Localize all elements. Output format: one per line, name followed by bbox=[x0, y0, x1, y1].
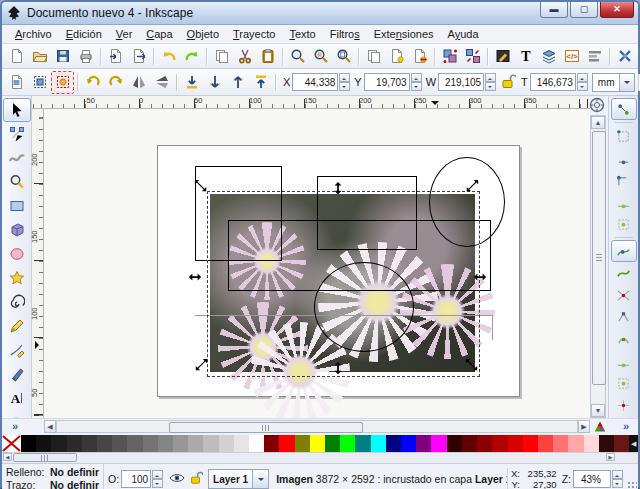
fill-stroke-dialog-icon[interactable] bbox=[491, 45, 514, 68]
canvas-viewport[interactable] bbox=[44, 109, 590, 418]
menu-extensiones[interactable]: Extensiones bbox=[367, 27, 441, 41]
swatch-979797[interactable] bbox=[173, 435, 188, 452]
swatch-008000[interactable] bbox=[325, 435, 340, 452]
palette-scroll-right-arrow[interactable]: ▶ bbox=[606, 453, 615, 461]
swatch-ff0000[interactable] bbox=[279, 435, 294, 452]
zoom-tool[interactable] bbox=[3, 170, 31, 194]
unlink-clone-icon[interactable] bbox=[408, 45, 431, 68]
menu-archivo[interactable]: Archivo bbox=[8, 27, 59, 41]
print-icon[interactable] bbox=[74, 45, 97, 68]
swatch-ff7373[interactable] bbox=[553, 435, 568, 452]
snap-bbox-edges-icon[interactable] bbox=[611, 147, 637, 169]
swatch-ffa6a6[interactable] bbox=[568, 435, 583, 452]
unit-dropdown[interactable]: mm bbox=[592, 73, 636, 92]
box3d-tool[interactable] bbox=[3, 218, 31, 242]
swatch-bdbdbd[interactable] bbox=[203, 435, 218, 452]
swatch-aaaaaa[interactable] bbox=[188, 435, 203, 452]
swatch-808000[interactable] bbox=[295, 435, 310, 452]
w-field-input[interactable]: 219,105 bbox=[438, 73, 484, 91]
menu-ver[interactable]: Ver bbox=[109, 27, 140, 41]
raise-to-top-icon[interactable] bbox=[249, 71, 272, 94]
zoom-spinner[interactable] bbox=[612, 470, 623, 488]
chevron-down-icon[interactable] bbox=[252, 470, 268, 488]
swatch-000000[interactable] bbox=[21, 435, 36, 452]
scale-handle-nesw[interactable] bbox=[465, 179, 479, 193]
ellipse-tool[interactable] bbox=[3, 242, 31, 266]
select-all-layers-icon[interactable] bbox=[28, 71, 51, 94]
y-field-spinner[interactable] bbox=[411, 73, 422, 91]
xml-editor-icon[interactable]: </> bbox=[560, 45, 583, 68]
snap-nodes-icon[interactable] bbox=[611, 240, 637, 262]
tweak-tool[interactable] bbox=[3, 146, 31, 170]
swatch-d1d1d1[interactable] bbox=[219, 435, 234, 452]
vertical-ruler[interactable]: 20015010050 bbox=[32, 109, 44, 418]
snap-rotation-centers-icon[interactable] bbox=[611, 394, 637, 416]
y-field-input[interactable]: 19,703 bbox=[364, 73, 410, 91]
swatch-858585[interactable] bbox=[158, 435, 173, 452]
swatch-330000[interactable] bbox=[447, 435, 462, 452]
palette-scroll-thumb[interactable] bbox=[13, 453, 77, 462]
clone-icon[interactable] bbox=[385, 45, 408, 68]
pencil-tool[interactable] bbox=[3, 314, 31, 338]
snap-object-centers-icon[interactable] bbox=[611, 372, 637, 394]
cut-icon[interactable] bbox=[233, 45, 256, 68]
scale-handle-ew[interactable] bbox=[473, 270, 487, 284]
menu-edicion[interactable]: Edición bbox=[59, 27, 109, 41]
snapbar-overflow-chevron[interactable]: » bbox=[623, 420, 629, 432]
text-dialog-icon[interactable]: T bbox=[514, 45, 537, 68]
palette-scroll-left-arrow[interactable]: ◀ bbox=[3, 453, 12, 461]
swatch-e5e5e5[interactable] bbox=[234, 435, 249, 452]
close-button[interactable]: ✕ bbox=[600, 2, 634, 18]
vertical-scroll-thumb[interactable] bbox=[592, 131, 606, 385]
fill-stroke-indicator[interactable]: Relleno:No definir Trazo:No definir bbox=[2, 464, 104, 489]
open-document-icon[interactable] bbox=[28, 45, 51, 68]
flip-horizontal-icon[interactable] bbox=[127, 71, 150, 94]
minimize-button[interactable]: ▬ bbox=[540, 2, 568, 18]
menu-trayecto[interactable]: Trayecto bbox=[226, 27, 282, 41]
opacity-input[interactable]: 100 bbox=[121, 470, 151, 488]
swatch-464646[interactable] bbox=[97, 435, 112, 452]
spiral-tool[interactable] bbox=[3, 290, 31, 314]
undo-icon[interactable] bbox=[157, 45, 180, 68]
swatch-600000[interactable] bbox=[462, 435, 477, 452]
rectangle-tool[interactable] bbox=[3, 194, 31, 218]
swatch-6b1616[interactable] bbox=[614, 435, 629, 452]
import-icon[interactable] bbox=[104, 45, 127, 68]
raise-icon[interactable] bbox=[226, 71, 249, 94]
menu-texto[interactable]: Texto bbox=[282, 27, 322, 41]
scale-handle-ew[interactable] bbox=[188, 270, 202, 284]
swatch-0000ff[interactable] bbox=[401, 435, 416, 452]
about-icon[interactable]: ? bbox=[636, 45, 640, 68]
snap-enable-icon[interactable] bbox=[611, 98, 637, 120]
swatch-800000[interactable] bbox=[264, 435, 279, 452]
paste-icon[interactable] bbox=[256, 45, 279, 68]
palette-shift-arrow[interactable]: ◀ bbox=[629, 435, 638, 452]
scroll-down-arrow[interactable]: ▼ bbox=[591, 404, 605, 417]
swatch-00ffff[interactable] bbox=[371, 435, 386, 452]
layer-lock-icon[interactable] bbox=[189, 471, 203, 487]
resize-grip[interactable] bbox=[627, 481, 637, 489]
scroll-up-arrow[interactable]: ▲ bbox=[591, 116, 605, 129]
group-icon[interactable] bbox=[438, 45, 461, 68]
snap-cusp-nodes-icon[interactable] bbox=[611, 306, 637, 328]
lower-to-bottom-icon[interactable] bbox=[180, 71, 203, 94]
horizontal-ruler[interactable]: -50050100150200250300350 bbox=[32, 96, 590, 109]
selection-tool[interactable] bbox=[3, 98, 31, 122]
snap-bbox-icon[interactable] bbox=[611, 125, 637, 147]
layers-dialog-icon[interactable] bbox=[537, 45, 560, 68]
ruler-corner-button[interactable] bbox=[589, 97, 606, 114]
palette-scrollbar[interactable]: ◀ ▶ bbox=[2, 452, 638, 463]
horizontal-scrollbar[interactable] bbox=[56, 420, 578, 433]
swatch-646464[interactable] bbox=[127, 435, 142, 452]
zoom-input[interactable]: 43% bbox=[573, 470, 611, 488]
swatch-747474[interactable] bbox=[143, 435, 158, 452]
swatch-00ff00[interactable] bbox=[340, 435, 355, 452]
swatch-none[interactable] bbox=[2, 435, 21, 452]
export-icon[interactable] bbox=[127, 45, 150, 68]
swatch-b20000[interactable] bbox=[492, 435, 507, 452]
zoom-drawing-icon[interactable] bbox=[286, 45, 309, 68]
swatch-555555[interactable] bbox=[112, 435, 127, 452]
swatch-2b2b2b[interactable] bbox=[67, 435, 82, 452]
preferences-icon[interactable] bbox=[613, 45, 636, 68]
t-field-input[interactable]: 146,673 bbox=[530, 73, 576, 91]
